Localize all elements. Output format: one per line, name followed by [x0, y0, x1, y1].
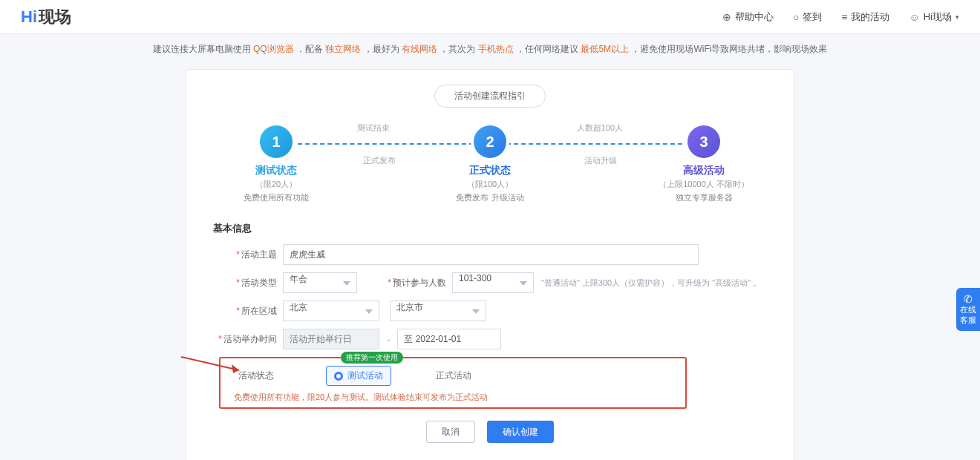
nav-activities[interactable]: ≡我的活动 [841, 10, 889, 24]
nav-signin[interactable]: ○签到 [793, 10, 822, 24]
status-label: 活动状态 [231, 369, 281, 382]
type-label: *活动类型 [213, 277, 277, 289]
nav-user[interactable]: ☺Hi现场▾ [909, 10, 959, 24]
step-mid-top-1: 测试结束 [357, 122, 390, 134]
step-mid-bot-2: 活动升级 [584, 155, 617, 166]
top-bar: Hi现场 ⊕帮助中心 ○签到 ≡我的活动 ☺Hi现场▾ [0, 0, 980, 34]
step-formal: 2 正式状态 （限100人） 免费发布 升级活动 [419, 125, 561, 203]
step-sub-1: （限20人） [206, 179, 347, 190]
cancel-button[interactable]: 取消 [426, 421, 475, 443]
step-premium: 3 高级活动 （上限10000人 不限时） 独立专享服务器 [633, 125, 774, 203]
time-label: *活动举办时间 [213, 333, 277, 346]
step-mid-top-2: 人数超100人 [577, 122, 623, 134]
step-sub-3: （上限10000人 不限时） [633, 179, 774, 190]
row-area: *所在区域 北京 北京市 [213, 300, 767, 321]
recommended-badge: 推荐第一次使用 [341, 352, 403, 364]
circle-icon: ○ [793, 11, 799, 23]
time-start-input[interactable] [283, 329, 379, 349]
floating-support-tag[interactable]: ✆ 在线客服 [956, 288, 980, 331]
button-row: 取消 确认创建 [213, 421, 767, 443]
step-title-3: 高级活动 [633, 164, 774, 177]
step-circle-2: 2 [474, 125, 506, 158]
row-type: *活动类型 年会 *预计参与人数 101-300 "普通活动" 上限300人（仅… [213, 272, 767, 293]
logo[interactable]: Hi现场 [21, 6, 71, 28]
nav-help[interactable]: ⊕帮助中心 [722, 10, 774, 24]
confirm-create-button[interactable]: 确认创建 [487, 421, 554, 443]
status-radio-formal[interactable]: 正式活动 [436, 369, 471, 382]
logo-hi: Hi [21, 7, 37, 26]
user-icon: ☺ [909, 11, 919, 23]
status-options: 活动状态 测试活动 正式活动 [231, 366, 675, 386]
plus-circle-icon: ⊕ [722, 11, 731, 23]
row-subject: *活动主题 [213, 244, 767, 265]
subject-input[interactable] [283, 244, 699, 265]
steps-flow: 测试结束 正式发布 人数超100人 活动升级 1 测试状态 （限20人） 免费使… [231, 122, 749, 211]
step-sub-2: （限100人） [419, 179, 561, 190]
status-radio-test[interactable]: 测试活动 [326, 366, 391, 386]
create-activity-card: 活动创建流程指引 测试结束 正式发布 人数超100人 活动升级 1 测试状态 （… [186, 69, 794, 460]
radio-dot-icon [334, 372, 343, 381]
area-city-select[interactable]: 北京市 [390, 300, 486, 321]
guide-button[interactable]: 活动创建流程指引 [434, 85, 546, 108]
type-select[interactable]: 年会 [283, 272, 357, 293]
list-icon: ≡ [841, 11, 847, 23]
headset-icon: ✆ [959, 294, 977, 304]
step-desc-1: 免费使用所有功能 [206, 192, 347, 203]
top-nav: ⊕帮助中心 ○签到 ≡我的活动 ☺Hi现场▾ [722, 10, 959, 24]
subject-label: *活动主题 [213, 249, 277, 261]
participants-hint: "普通活动" 上限300人（仅需护容），可升级为 "高级活动" 。 [541, 277, 761, 289]
step-desc-3: 独立专享服务器 [633, 192, 774, 203]
logo-ch: 现场 [39, 7, 71, 26]
step-circle-1: 1 [260, 125, 293, 158]
step-desc-2: 免费发布 升级活动 [419, 192, 561, 203]
participants-label: *预计参与人数 [357, 277, 446, 289]
step-title-1: 测试状态 [206, 164, 347, 177]
step-title-2: 正式状态 [419, 164, 561, 177]
section-basic-info: 基本信息 [213, 222, 767, 235]
advice-banner: 建议连接大屏幕电脑使用 QQ浏览器 ，配备 独立网络 ，最好为 有线网络 ，其次… [0, 34, 980, 65]
time-separator: - [387, 334, 390, 345]
status-highlight-frame: 推荐第一次使用 活动状态 测试活动 正式活动 免费使用所有功能，限20人参与测试… [219, 357, 687, 409]
row-time: *活动举办时间 - [213, 329, 767, 349]
row-status: 推荐第一次使用 活动状态 测试活动 正式活动 免费使用所有功能，限20人参与测试… [213, 357, 767, 409]
step-circle-3: 3 [687, 125, 720, 158]
time-end-input[interactable] [397, 329, 501, 349]
status-hint: 免费使用所有功能，限20人参与测试。测试体验结束可发布为正式活动 [234, 392, 675, 403]
step-mid-bot-1: 正式发布 [363, 155, 396, 166]
area-province-select[interactable]: 北京 [283, 300, 379, 321]
chevron-down-icon: ▾ [956, 13, 959, 21]
area-label: *所在区域 [213, 305, 277, 318]
step-test: 1 测试状态 （限20人） 免费使用所有功能 [206, 125, 347, 203]
participants-select[interactable]: 101-300 [452, 272, 534, 293]
